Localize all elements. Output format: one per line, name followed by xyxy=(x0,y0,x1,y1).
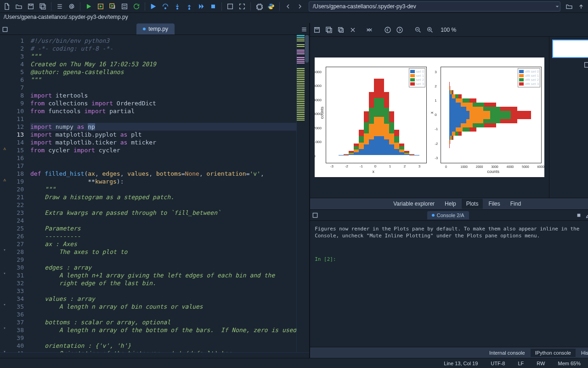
run-cell-advance-icon[interactable] xyxy=(107,1,118,12)
console-edit-icon[interactable] xyxy=(584,210,588,220)
python-path-icon[interactable] xyxy=(266,1,276,12)
editor-options-icon[interactable] xyxy=(299,24,309,34)
working-dir-input[interactable] xyxy=(309,1,560,12)
pane-tab-variable-explorer[interactable]: Variable explorer xyxy=(389,199,439,209)
console-tabrow: Console 2/A xyxy=(310,210,588,221)
svg-rect-18 xyxy=(228,4,233,9)
status-rw: RW xyxy=(537,361,545,366)
plots-copy-icon[interactable] xyxy=(336,25,346,35)
save-all-icon[interactable] xyxy=(38,1,48,12)
console-tab[interactable]: Console 2/A xyxy=(427,211,469,219)
pane-tab-files[interactable]: Files xyxy=(484,199,504,209)
pane-tab-plots[interactable]: Plots xyxy=(462,199,483,209)
thumb-save-icon[interactable] xyxy=(583,61,588,69)
stop-debug-icon[interactable] xyxy=(208,1,218,12)
browse-dir-icon[interactable] xyxy=(564,1,574,12)
plots-pane: xcounts0100020003000400050006000-3-2-101… xyxy=(310,37,588,198)
run-icon[interactable] xyxy=(84,1,94,12)
plot-thumbnails xyxy=(549,37,588,198)
svg-rect-0 xyxy=(28,4,34,9)
status-eol: LF xyxy=(518,361,524,366)
minimap[interactable] xyxy=(296,35,305,352)
console-dot-icon xyxy=(432,214,435,217)
zoom-label: 100 % xyxy=(441,27,456,33)
svg-rect-41 xyxy=(585,63,588,68)
plots-next-icon[interactable] xyxy=(395,25,405,35)
svg-point-30 xyxy=(397,27,402,33)
svg-point-29 xyxy=(385,27,390,33)
run-selection-icon[interactable] xyxy=(119,1,130,12)
svg-line-32 xyxy=(419,31,420,32)
status-mem: Mem 65% xyxy=(558,361,581,366)
continue-icon[interactable] xyxy=(196,1,206,12)
editor-tab[interactable]: temp.py xyxy=(136,23,175,34)
plots-prev-icon[interactable] xyxy=(383,25,393,35)
editor-scroll-h[interactable] xyxy=(0,352,309,358)
svg-point-14 xyxy=(165,7,166,9)
console-stop-icon[interactable] xyxy=(574,210,584,220)
modified-dot-icon xyxy=(143,28,146,30)
svg-point-15 xyxy=(177,8,178,9)
svg-rect-24 xyxy=(316,27,318,29)
editor-tabrow: temp.py xyxy=(0,23,309,35)
pane-tabs: Variable explorerHelpPlotsFilesFind xyxy=(310,198,588,210)
svg-rect-27 xyxy=(340,29,344,32)
svg-line-35 xyxy=(431,31,432,32)
outline-icon[interactable] xyxy=(55,1,65,12)
run-cell-icon[interactable] xyxy=(96,1,106,12)
pane-tab-help[interactable]: Help xyxy=(440,199,461,209)
svg-rect-3 xyxy=(41,5,45,9)
main-toolbar xyxy=(0,0,588,13)
console-output[interactable]: Figures now render in the Plots pane by … xyxy=(310,221,588,347)
status-encoding: UTF-8 xyxy=(491,361,505,366)
back-icon[interactable] xyxy=(283,1,293,12)
console-browse-icon[interactable] xyxy=(310,210,320,220)
fullscreen-icon[interactable] xyxy=(237,1,247,12)
svg-rect-10 xyxy=(122,4,127,9)
maximize-icon[interactable] xyxy=(225,1,235,12)
browse-tabs-icon[interactable] xyxy=(0,24,10,34)
parent-dir-icon[interactable] xyxy=(576,1,586,12)
plots-save-all-icon[interactable] xyxy=(324,25,334,35)
statusbar: Line 13, Col 19 UTF-8 LF RW Mem 65% xyxy=(0,358,588,368)
svg-rect-17 xyxy=(211,5,215,8)
save-icon[interactable] xyxy=(26,1,36,12)
svg-rect-23 xyxy=(315,27,320,32)
plots-close-icon[interactable] xyxy=(348,25,358,35)
plots-close-all-icon[interactable] xyxy=(364,25,374,35)
svg-rect-28 xyxy=(339,27,342,31)
svg-point-16 xyxy=(189,8,190,10)
zoom-in-icon[interactable] xyxy=(425,25,435,35)
open-file-icon[interactable] xyxy=(14,1,24,12)
plot-thumbnail[interactable] xyxy=(552,40,588,58)
svg-rect-25 xyxy=(326,27,330,31)
preferences-icon[interactable] xyxy=(254,1,264,12)
svg-rect-43 xyxy=(577,213,581,217)
bottom-tab-history[interactable]: History xyxy=(577,349,588,357)
step-out-icon[interactable] xyxy=(184,1,194,12)
bottom-tab-ipython-console[interactable]: IPython console xyxy=(531,349,576,357)
step-over-icon[interactable] xyxy=(160,1,170,12)
step-into-icon[interactable] xyxy=(172,1,182,12)
at-icon[interactable] xyxy=(67,1,77,12)
run-again-icon[interactable] xyxy=(131,1,141,12)
path-dropdown-icon[interactable] xyxy=(552,1,562,12)
pane-tab-find[interactable]: Find xyxy=(506,199,526,209)
svg-rect-19 xyxy=(3,27,7,31)
console-note: Figures now render in the Plots pane by … xyxy=(315,225,588,239)
status-line-col: Line 13, Col 19 xyxy=(444,361,478,366)
console-tab-label: Console 2/A xyxy=(437,213,464,218)
editor-filepath: /Users/gpena-castellanos/.spyder-py3-dev… xyxy=(0,13,588,23)
zoom-out-icon[interactable] xyxy=(413,25,423,35)
plot-viewer[interactable]: xcounts0100020003000400050006000-3-2-101… xyxy=(310,37,549,198)
forward-icon[interactable] xyxy=(295,1,305,12)
debug-icon[interactable] xyxy=(148,1,158,12)
tab-label: temp.py xyxy=(148,26,168,32)
bottom-tab-internal-console[interactable]: Internal console xyxy=(485,349,530,357)
editor-scroll-v[interactable] xyxy=(305,35,309,352)
code-editor[interactable]: ⚠⚠▾▾▾▾▾▾ 1234567891011121314151617181920… xyxy=(0,35,309,352)
bottom-tabs: Internal consoleIPython consoleHistory xyxy=(310,347,588,358)
new-file-icon[interactable] xyxy=(2,1,12,12)
plots-save-icon[interactable] xyxy=(312,25,322,35)
svg-rect-42 xyxy=(313,213,317,217)
